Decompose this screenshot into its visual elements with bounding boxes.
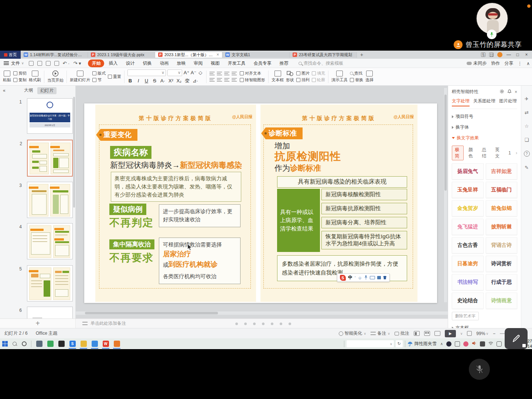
ribbon-tab[interactable]: 动画 [156, 59, 172, 67]
tab-close-icon[interactable]: × [216, 52, 219, 57]
font-size-select[interactable]: ∨ [167, 69, 182, 76]
cortana-icon[interactable] [19, 338, 29, 349]
docer-tab[interactable]: 图片处理 [499, 98, 517, 106]
help-icon[interactable]: ? [524, 151, 530, 157]
bullet-list-icon[interactable] [209, 71, 215, 76]
italic-button[interactable]: I [136, 78, 141, 83]
slide-sorter-icon[interactable] [424, 331, 430, 336]
export-icon[interactable] [37, 61, 42, 66]
effect-category[interactable]: 1 [506, 150, 514, 156]
minimize-button[interactable]: — [506, 52, 511, 57]
taskbar-app-icon[interactable] [78, 338, 89, 349]
annotation-pen-button[interactable] [505, 328, 528, 349]
scroll-right-icon[interactable]: › [516, 150, 517, 156]
edit-icon[interactable]: ✎ [525, 165, 529, 170]
paste-button[interactable]: 粘贴 [3, 71, 11, 83]
section-change-font[interactable]: 换字体 [452, 124, 517, 130]
new-slide-button[interactable]: 新建幻灯片 [70, 71, 90, 83]
tray-expand-icon[interactable]: ∧ [440, 342, 443, 346]
account-avatar[interactable] [497, 52, 502, 57]
increase-indent-icon[interactable] [232, 71, 237, 76]
panel-scrollbar[interactable] [73, 97, 75, 208]
smart-graphic-button[interactable]: 转智能图形 [240, 77, 265, 83]
wifi-icon[interactable] [488, 341, 493, 347]
fit-slide-icon[interactable] [467, 331, 472, 336]
picture-button[interactable]: 图片 [296, 71, 310, 76]
align-center-icon[interactable] [224, 78, 229, 82]
rocket-icon[interactable]: ✈ [525, 96, 529, 102]
weather-widget[interactable]: 阵性雨夹雪 [407, 341, 437, 347]
current-slide[interactable]: 第十版诊疗方案极简版 @人民日报 重要变化 疾病名称 新型冠状病毒肺炎→新型冠状… [84, 103, 437, 303]
document-tab[interactable]: W 1.14材料科学...复试经验分享会 × [21, 52, 88, 58]
section-bullets[interactable]: 项目符号 [452, 113, 517, 120]
art-text-preset[interactable]: 吉祥如意 [486, 163, 518, 180]
file-menu[interactable]: 文件 [11, 60, 20, 66]
document-tab[interactable]: W 文字文稿1 × [222, 52, 290, 58]
new-tab-button[interactable]: + [357, 51, 366, 59]
taskbar-app-icon[interactable] [89, 338, 100, 349]
save-icon[interactable] [29, 61, 34, 66]
copy-button[interactable]: 复制 [13, 77, 27, 83]
line-spacing-icon[interactable] [209, 78, 215, 82]
refresh-icon[interactable]: ↻ [396, 340, 403, 347]
slideshow-button[interactable]: ▶ [445, 330, 456, 337]
redo-icon[interactable]: ↷ ▾ [73, 61, 81, 66]
ime-toolbar[interactable]: S 中 ’ ☺ [337, 273, 390, 282]
sogou-logo[interactable]: S [340, 275, 346, 281]
art-text-preset[interactable]: 扬眉兔气 [452, 163, 484, 180]
slide-thumbnail-5[interactable]: 5 [27, 265, 73, 301]
taskbar-app-icon[interactable]: S [67, 338, 78, 349]
qq-icon[interactable] [446, 341, 451, 347]
shapes-button[interactable]: 形状 [286, 71, 294, 83]
subscript-button[interactable]: X₂ [176, 78, 182, 83]
ribbon-tab[interactable]: 审阅 [190, 59, 206, 67]
art-text-preset[interactable]: 诗词赏析 [486, 256, 518, 272]
ribbon-tab[interactable]: 插入 [105, 59, 121, 67]
align-text-button[interactable]: 对齐文本 [240, 71, 265, 76]
ribbon-tab[interactable]: 开始 [88, 59, 104, 67]
slide-canvas[interactable]: 第十版诊疗方案极简版 @人民日报 重要变化 疾病名称 新型冠状病毒肺炎→新型冠状… [76, 86, 448, 318]
underline-button[interactable]: U [144, 78, 149, 83]
art-text-preset[interactable]: 金兔贺岁 [452, 200, 484, 216]
find-button[interactable]: 查找 [350, 71, 363, 76]
effect-category[interactable]: 极简 [452, 146, 464, 160]
increase-font-icon[interactable]: A⁺ [184, 70, 189, 75]
play-from-page-button[interactable]: 当页开始 [47, 70, 64, 83]
delete-art-text-button[interactable]: 删除艺术字 [452, 312, 479, 320]
replace-button[interactable]: 替换 [350, 77, 363, 83]
display-icon[interactable] [455, 341, 460, 347]
art-text-preset[interactable]: 行成于思 [486, 274, 518, 290]
taskbar-search-icon[interactable] [10, 338, 19, 349]
art-text-preset[interactable]: 史论结合 [452, 293, 484, 309]
collaborate-button[interactable]: 协作 [491, 60, 500, 66]
ime-lang-indicator[interactable]: 中 [348, 274, 352, 281]
taskbar-app-icon[interactable] [45, 338, 56, 349]
command-search[interactable]: 查找命令、搜索模板 [299, 60, 343, 66]
docer-tab[interactable]: 文字处理 [452, 98, 470, 106]
art-text-preset[interactable]: 兔飞猛进 [452, 219, 484, 235]
ime-toolbox-icon[interactable] [377, 276, 381, 279]
gear-icon[interactable] [499, 89, 504, 95]
section-button[interactable]: 节 [92, 77, 106, 83]
ribbon-tab[interactable]: 放映 [173, 59, 189, 67]
horizontal-scrollbar[interactable] [76, 311, 448, 315]
ime-skin-icon[interactable] [383, 276, 387, 279]
decrease-indent-icon[interactable] [224, 71, 229, 76]
maximize-button[interactable]: □ [515, 52, 520, 57]
share-button[interactable]: 分享 [504, 60, 513, 66]
slide-thumbnail-4[interactable]: 4 [27, 223, 73, 259]
clear-format-icon[interactable]: ◇ [198, 70, 203, 75]
vertical-scrollbar[interactable] [444, 88, 447, 302]
ime-punct-icon[interactable]: ’ [355, 276, 355, 280]
document-tab[interactable]: P 23考研复试及大四下学期规划 × [290, 52, 357, 58]
bold-button[interactable]: B [127, 78, 133, 83]
window-icon[interactable]: ❏ [525, 137, 529, 143]
decrease-font-icon[interactable]: A⁻ [191, 70, 196, 75]
text-box-button[interactable]: 文本框 [272, 71, 284, 83]
section-text-effects[interactable]: 换文字效果 [452, 135, 517, 141]
ribbon-tab[interactable]: 开发工具 [224, 59, 249, 67]
taskbar-app-icon[interactable] [34, 338, 45, 349]
speaker-icon[interactable] [472, 341, 477, 347]
collapse-ribbon-icon[interactable]: ∧ [526, 61, 530, 66]
taskbar-app-icon[interactable] [111, 338, 122, 349]
